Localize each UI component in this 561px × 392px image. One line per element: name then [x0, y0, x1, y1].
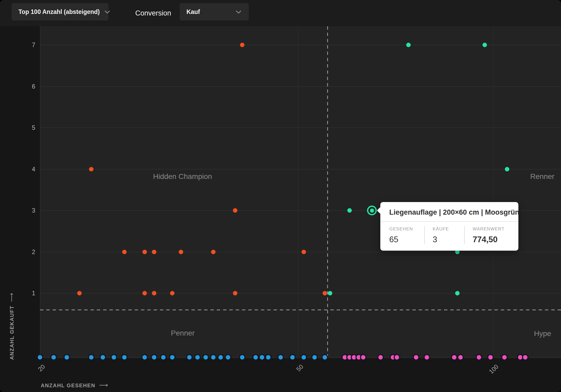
tooltip-stats: GESEHEN 65 KÄUFE 3 WARENWERT 774,50 [380, 221, 518, 251]
y-tick-label: 1 [15, 289, 35, 297]
data-point-penner[interactable] [300, 354, 307, 361]
data-point-hidden-champion[interactable] [122, 250, 127, 254]
y-tick-label: 7 [15, 41, 35, 49]
data-point-hype[interactable] [413, 354, 419, 361]
data-point-penner[interactable] [141, 354, 148, 361]
tooltip-stat: WARENWERT 774,50 [464, 226, 518, 244]
data-point-penner[interactable] [202, 354, 209, 361]
data-point-hype[interactable] [522, 354, 529, 361]
data-point-hidden-champion[interactable] [142, 250, 147, 254]
x-threshold-line [327, 26, 328, 358]
data-point-penner[interactable] [88, 354, 95, 361]
data-point-hidden-champion[interactable] [142, 291, 147, 296]
metric-select[interactable]: Kauf [180, 3, 249, 20]
highlighted-data-point[interactable] [367, 206, 377, 215]
data-point-hidden-champion[interactable] [240, 43, 244, 47]
gridline [493, 26, 494, 358]
data-point-penner[interactable] [225, 354, 231, 361]
up-arrow-icon: ⟶ [8, 293, 15, 302]
data-point-renner[interactable] [406, 43, 411, 47]
gridline [298, 26, 298, 358]
data-point-hype[interactable] [360, 354, 366, 361]
y-tick-label: 2 [15, 248, 35, 256]
right-arrow-icon: ⟶ [99, 381, 108, 389]
data-point-penner[interactable] [110, 354, 117, 361]
gridline [40, 252, 561, 252]
data-point-hype[interactable] [476, 354, 482, 361]
data-point-renner[interactable] [328, 291, 332, 296]
x-tick-label: 100 [488, 363, 500, 375]
data-point-hype[interactable] [377, 354, 384, 361]
y-tick-label: 3 [15, 206, 35, 215]
data-point-hype[interactable] [451, 354, 457, 361]
data-point-hidden-champion[interactable] [89, 167, 94, 171]
data-point-renner[interactable] [483, 43, 487, 47]
y-tick-label: 5 [15, 123, 35, 132]
sort-select[interactable]: Top 100 Anzahl (absteigend) [12, 3, 108, 20]
data-point-hidden-champion[interactable] [77, 291, 82, 296]
x-tick-label: 50 [295, 363, 305, 373]
y-axis-line [40, 26, 41, 358]
data-point-renner[interactable] [505, 167, 509, 171]
quadrant-label-penner: Penner [171, 329, 195, 337]
data-point-penner[interactable] [50, 354, 57, 361]
data-point-penner[interactable] [121, 354, 128, 361]
tooltip: Liegenauflage | 200×60 cm | Moosgrün GES… [380, 202, 518, 251]
data-point-penner[interactable] [194, 354, 201, 361]
y-tick-label: 4 [15, 165, 35, 173]
data-point-renner[interactable] [455, 291, 459, 296]
data-point-hidden-champion[interactable] [211, 250, 215, 254]
data-point-penner[interactable] [239, 354, 245, 361]
data-point-hidden-champion[interactable] [323, 291, 327, 296]
data-point-hype[interactable] [487, 354, 494, 361]
data-point-renner[interactable] [347, 208, 352, 213]
data-point-hype[interactable] [424, 354, 430, 361]
data-point-penner[interactable] [322, 354, 328, 361]
gridline [40, 86, 561, 87]
chevron-down-icon [104, 10, 110, 14]
data-point-penner[interactable] [259, 354, 265, 361]
x-tick-label: 20 [37, 363, 47, 373]
data-point-penner[interactable] [99, 354, 106, 361]
data-point-hype[interactable] [501, 354, 508, 361]
data-point-hidden-champion[interactable] [233, 208, 237, 213]
gridline [40, 293, 561, 293]
data-point-penner[interactable] [151, 354, 158, 361]
chevron-down-icon [236, 10, 241, 14]
tooltip-stat: GESEHEN 65 [380, 226, 424, 244]
data-point-penner[interactable] [64, 354, 70, 361]
data-point-penner[interactable] [210, 354, 216, 361]
data-point-hidden-champion[interactable] [179, 250, 183, 254]
data-point-penner[interactable] [37, 354, 43, 361]
data-point-penner[interactable] [311, 354, 318, 361]
toolbar: Top 100 Anzahl (absteigend) Conversion K… [0, 0, 561, 26]
data-point-hidden-champion[interactable] [233, 291, 237, 296]
gridline [40, 169, 561, 169]
scatter-dashboard: Top 100 Anzahl (absteigend) Conversion K… [0, 0, 561, 392]
quadrant-label-hidden-champion: Hidden Champion [153, 172, 212, 181]
data-point-hidden-champion[interactable] [301, 250, 306, 254]
data-point-penner[interactable] [169, 354, 176, 361]
data-point-hidden-champion[interactable] [152, 291, 156, 296]
data-point-penner[interactable] [252, 354, 259, 361]
gridline [40, 127, 561, 128]
data-point-hype[interactable] [457, 354, 464, 361]
data-point-penner[interactable] [218, 354, 224, 361]
sort-select-value: Top 100 Anzahl (absteigend) [18, 8, 100, 16]
tooltip-title: Liegenauflage | 200×60 cm | Moosgrün [380, 202, 518, 221]
data-point-penner[interactable] [289, 354, 296, 361]
plot-area [40, 26, 561, 358]
tooltip-stat: KÄUFE 3 [424, 226, 464, 244]
data-point-penner[interactable] [265, 354, 272, 361]
data-point-penner[interactable] [160, 354, 167, 361]
quadrant-label-hype: Hype [534, 329, 551, 338]
metric-select-value: Kauf [186, 8, 200, 16]
x-axis-title: ANZAHL GESEHEN⟶ [41, 381, 108, 389]
data-point-penner[interactable] [277, 354, 284, 361]
data-point-hype[interactable] [393, 354, 400, 361]
y-tick-label: 6 [15, 82, 35, 91]
data-point-penner[interactable] [186, 354, 193, 361]
y-threshold-line [40, 310, 561, 310]
data-point-hidden-champion[interactable] [170, 291, 175, 296]
data-point-hidden-champion[interactable] [152, 250, 156, 254]
